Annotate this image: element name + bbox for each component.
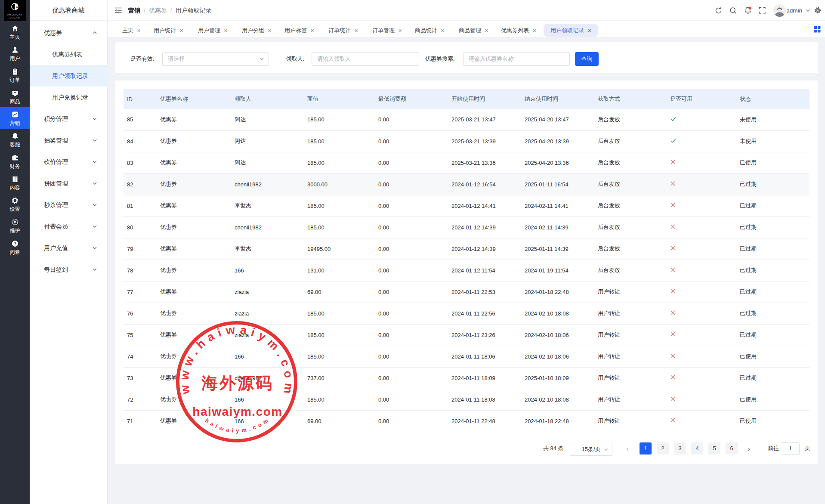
- svg-text:海外源码: 海外源码: [201, 374, 274, 392]
- svg-text:?: ?: [14, 241, 16, 246]
- svg-text:haiwaiym.com: haiwaiym.com: [192, 405, 282, 418]
- svg-text:haiwaiym.com: haiwaiym.com: [204, 417, 269, 434]
- svg-text:A: A: [16, 6, 18, 9]
